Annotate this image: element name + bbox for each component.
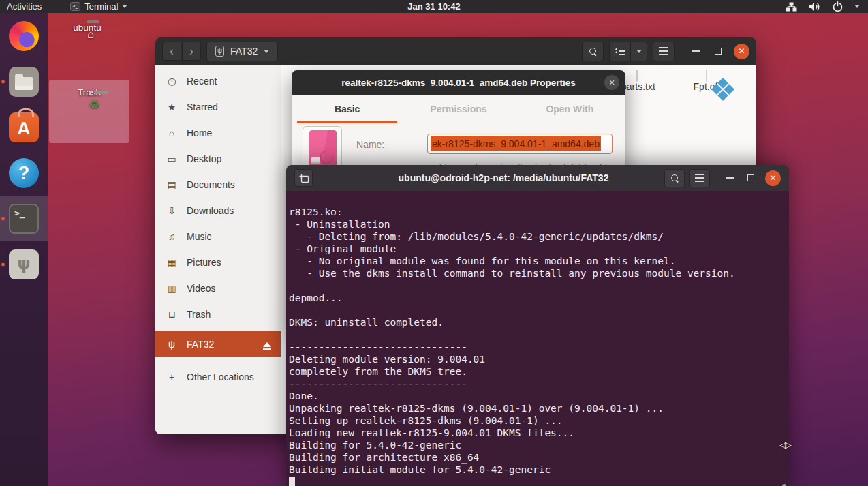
dock-item[interactable]: [0, 196, 48, 241]
search-button[interactable]: [664, 169, 685, 187]
view-options-button[interactable]: [631, 42, 647, 61]
dock: [0, 13, 48, 486]
sidebar-item-recent[interactable]: ◷ Recent: [155, 68, 281, 94]
terminal-output-line: DKMS: uninstall completed.: [289, 316, 789, 329]
view-toggle-button[interactable]: [609, 42, 631, 61]
sidebar-item-icon: ◷: [166, 76, 178, 87]
network-icon: [786, 2, 797, 12]
sidebar-item-desktop[interactable]: ▭ Desktop: [155, 146, 281, 172]
terminal-cursor-line: [289, 476, 789, 486]
activities-button[interactable]: Activities: [7, 1, 42, 12]
package-icon-frame: [303, 126, 342, 170]
sidebar-item-label: Music: [187, 231, 212, 242]
terminal-output[interactable]: r8125.ko: - Uninstallation - Deleting fr…: [286, 191, 789, 486]
dialog-title-bar: realtek-r8125-dkms_9.004.01-1_amd64.deb …: [292, 70, 625, 95]
sidebar-item-downloads[interactable]: ⇩ Downloads: [155, 198, 281, 224]
sidebar-item-icon: ⇩: [166, 205, 178, 216]
power-icon: [833, 1, 843, 12]
eject-icon[interactable]: [263, 342, 271, 347]
files-header-bar: ‹ › ψ FAT32: [155, 37, 756, 65]
help-icon: [9, 158, 39, 188]
terminal-output-line: Building for 5.4.0-42-generic: [289, 439, 789, 451]
chevron-down-icon: [636, 50, 642, 53]
sidebar-item-fat32[interactable]: ψ FAT32: [155, 331, 281, 357]
sidebar-item-trash[interactable]: ⊔ Trash: [155, 301, 281, 327]
clock[interactable]: Jan 31 10:42: [407, 1, 460, 12]
sidebar-item-documents[interactable]: ▤ Documents: [155, 172, 281, 198]
dock-item[interactable]: [0, 13, 48, 59]
file-item-fpt-efi[interactable]: Fpt.efi: [680, 70, 733, 92]
close-button[interactable]: [604, 75, 619, 90]
volume-icon: [809, 2, 821, 12]
terminal-app-icon: [70, 2, 80, 11]
maximize-icon: [747, 174, 754, 181]
files-sidebar: ◷ Recent ★ Starred ⌂ Home: [155, 65, 281, 434]
minimize-icon: [692, 50, 700, 52]
app-menu-button[interactable]: Terminal: [70, 1, 127, 12]
terminal-icon: [9, 204, 39, 234]
sidebar-item-other-locations[interactable]: + Other Locations: [155, 364, 281, 390]
sidebar-item-pictures[interactable]: ▦ Pictures: [155, 249, 281, 275]
desktop-screen: Activities Terminal Jan 31 10:42: [0, 0, 868, 486]
back-button[interactable]: ‹: [162, 42, 181, 61]
sidebar-item-label: Videos: [187, 283, 216, 294]
terminal-output-line: [289, 304, 789, 316]
dialog-tab[interactable]: Permissions: [403, 95, 514, 123]
sidebar-item-label: Home: [187, 127, 212, 138]
terminal-output-line: Deleting module version: 9.004.01: [289, 353, 789, 365]
sidebar-item-home[interactable]: ⌂ Home: [155, 120, 281, 146]
deb-package-icon: [309, 130, 337, 167]
terminal-output-line: [289, 279, 789, 292]
usb-drive-icon: [9, 249, 39, 279]
dialog-title: realtek-r8125-dkms_9.004.01-1_amd64.deb …: [341, 78, 576, 88]
close-button[interactable]: [734, 44, 749, 59]
ubuntu-software-icon: [9, 112, 39, 142]
sidebar-item-icon: ▦: [166, 257, 178, 268]
maximize-button[interactable]: [715, 48, 722, 55]
resize-cursor-indicator: ◁▷: [779, 440, 790, 450]
maximize-button[interactable]: [747, 174, 754, 181]
sidebar-item-videos[interactable]: ▥ Videos: [155, 275, 281, 301]
dialog-tab[interactable]: Open With: [514, 95, 625, 123]
terminal-output-line: Unpacking realtek-r8125-dkms (9.004.01-1…: [289, 402, 789, 414]
running-indicator: [1, 262, 5, 266]
sidebar-item-icon: ▥: [166, 283, 178, 294]
top-bar: Activities Terminal Jan 31 10:42: [0, 0, 868, 13]
sidebar-item-label: Desktop: [187, 153, 221, 164]
menu-button[interactable]: [689, 169, 710, 187]
minimize-button[interactable]: [692, 50, 700, 52]
minimize-button[interactable]: [726, 177, 734, 179]
terminal-output-line: ------------------------------: [289, 378, 789, 390]
new-tab-icon: [299, 174, 309, 183]
terminal-window: ubuntu@odroid-h2p-net: /media/ubuntu/FAT…: [286, 165, 789, 486]
sidebar-item-icon: ♫: [166, 231, 178, 242]
dock-item[interactable]: [0, 241, 48, 287]
sidebar-item-icon: ⊔: [166, 309, 178, 320]
app-menu-label: Terminal: [84, 1, 118, 12]
system-tray[interactable]: [786, 1, 868, 12]
close-button[interactable]: [765, 170, 781, 186]
name-row-label: Name:: [356, 139, 384, 150]
search-icon: [589, 48, 597, 55]
desktop-icon-trash[interactable]: Trash: [49, 80, 129, 143]
forward-button[interactable]: ›: [182, 42, 201, 61]
location-button[interactable]: ψ FAT32: [206, 42, 278, 61]
sidebar-item-starred[interactable]: ★ Starred: [155, 94, 281, 120]
desktop-icon-ubuntu[interactable]: ubuntu: [63, 22, 112, 33]
dialog-tab[interactable]: Basic: [292, 95, 403, 123]
dock-item[interactable]: [0, 150, 48, 196]
terminal-cursor: [289, 477, 295, 486]
search-button[interactable]: [582, 42, 604, 61]
chevron-down-icon: [264, 50, 269, 53]
terminal-output-line: Done.: [289, 390, 789, 402]
menu-button[interactable]: [653, 42, 675, 61]
hamburger-icon: [659, 47, 668, 55]
new-tab-button[interactable]: [294, 169, 313, 187]
sidebar-item-music[interactable]: ♫ Music: [155, 224, 281, 249]
sidebar-item-icon: ★: [166, 102, 178, 112]
name-input[interactable]: ek-r8125-dkms_9.004.01-1_amd64.deb: [427, 134, 613, 154]
sidebar-item-label: FAT32: [187, 339, 214, 350]
dock-item[interactable]: [0, 104, 48, 150]
dock-item[interactable]: [0, 59, 48, 104]
chevron-down-icon: [122, 5, 127, 8]
